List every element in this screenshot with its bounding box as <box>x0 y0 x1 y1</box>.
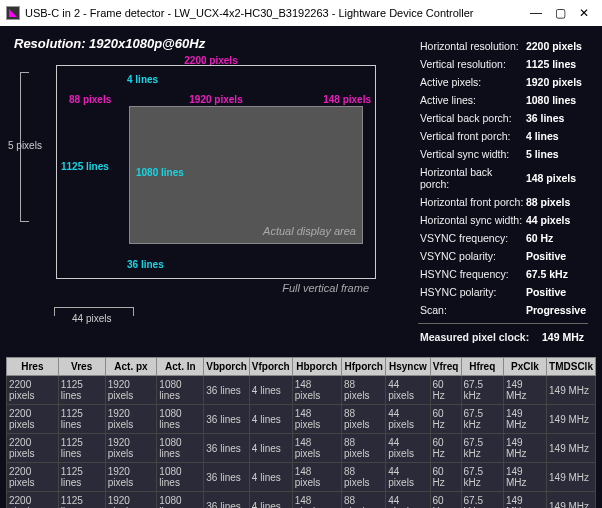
vtotal-label: 1125 lines <box>61 161 109 172</box>
param-val: Positive <box>526 248 586 264</box>
actual-area-label: Actual display area <box>263 225 356 237</box>
param-key: Horizontal sync width: <box>420 212 524 228</box>
param-val: Positive <box>526 284 586 300</box>
hsync-bracket: 44 pixels <box>54 303 134 329</box>
col-Vres: Vres <box>58 358 105 376</box>
table-row: 2200 pixels1125 lines1920 pixels1080 lin… <box>7 434 596 463</box>
timing-diagram: 2200 pixels 4 lines 88 pixels 1920 pixel… <box>46 59 376 279</box>
param-key: Vertical front porch: <box>420 128 524 144</box>
resolution-heading: Resolution: 1920x1080p@60Hz <box>14 36 408 51</box>
param-key: VSYNC frequency: <box>420 230 524 246</box>
col-PxClk: PxClk <box>503 358 546 376</box>
param-key: Vertical back porch: <box>420 110 524 126</box>
vbp-label: 36 lines <box>127 259 164 270</box>
param-key: Horizontal front porch: <box>420 194 524 210</box>
param-key: VSYNC polarity: <box>420 248 524 264</box>
vsync-width-label: 5 pixels <box>8 140 42 151</box>
param-val: 1125 lines <box>526 56 586 72</box>
vsync-bracket: 5 pixels <box>14 72 42 222</box>
col-TMDSClk: TMDSClk <box>547 358 596 376</box>
param-key: Vertical resolution: <box>420 56 524 72</box>
vfp-label: 4 lines <box>127 74 158 85</box>
vactive-label: 1080 lines <box>136 167 184 178</box>
param-key: Vertical sync width: <box>420 146 524 162</box>
hsync-width-label: 44 pixels <box>72 313 111 324</box>
table-row: 2200 pixels1125 lines1920 pixels1080 lin… <box>7 492 596 509</box>
col-Hfporch: Hfporch <box>342 358 386 376</box>
param-val: 148 pixels <box>526 164 586 192</box>
col-Vfreq: Vfreq <box>430 358 461 376</box>
param-key: Active lines: <box>420 92 524 108</box>
param-val: 1920 pixels <box>526 74 586 90</box>
active-area: 1080 lines Actual display area <box>129 106 363 244</box>
param-val: 60 Hz <box>526 230 586 246</box>
param-val: 1080 lines <box>526 92 586 108</box>
param-key: Horizontal resolution: <box>420 38 524 54</box>
col-Vbporch: Vbporch <box>204 358 250 376</box>
full-frame: 4 lines 88 pixels 1920 pixels 148 pixels… <box>56 65 376 279</box>
window-title: USB-C in 2 - Frame detector - LW_UCX-4x2… <box>25 7 524 19</box>
col-Hres: Hres <box>7 358 59 376</box>
param-val: 88 pixels <box>526 194 586 210</box>
param-key: Active pixels: <box>420 74 524 90</box>
param-val: 5 lines <box>526 146 586 162</box>
param-val: 2200 pixels <box>526 38 586 54</box>
maximize-icon[interactable]: ▢ <box>548 6 572 20</box>
full-frame-label: Full vertical frame <box>282 282 369 294</box>
hbp-right-label: 148 pixels <box>323 94 371 105</box>
close-icon[interactable]: ✕ <box>572 6 596 20</box>
col-Vfporch: Vfporch <box>249 358 292 376</box>
col-Act. px: Act. px <box>105 358 157 376</box>
table-row: 2200 pixels1125 lines1920 pixels1080 lin… <box>7 463 596 492</box>
table-row: 2200 pixels1125 lines1920 pixels1080 lin… <box>7 405 596 434</box>
param-key: HSYNC frequency: <box>420 266 524 282</box>
col-Hsyncw: Hsyncw <box>386 358 430 376</box>
col-Hbporch: Hbporch <box>292 358 341 376</box>
measured-label: Measured pixel clock: <box>420 329 540 345</box>
table-row: 2200 pixels1125 lines1920 pixels1080 lin… <box>7 376 596 405</box>
param-val: 67.5 kHz <box>526 266 586 282</box>
param-val: Progressive <box>526 302 586 318</box>
param-key: Scan: <box>420 302 524 318</box>
param-val: 4 lines <box>526 128 586 144</box>
minimize-icon[interactable]: — <box>524 6 548 20</box>
col-Hfreq: Hfreq <box>461 358 503 376</box>
param-val: 44 pixels <box>526 212 586 228</box>
measured-value: 149 MHz <box>542 329 584 345</box>
col-Act. ln: Act. ln <box>157 358 204 376</box>
window-titlebar: USB-C in 2 - Frame detector - LW_UCX-4x2… <box>0 0 602 26</box>
measured-clock: Measured pixel clock: 149 MHz <box>418 327 586 347</box>
timing-parameters: Horizontal resolution:2200 pixelsVertica… <box>418 36 588 320</box>
app-icon <box>6 6 20 20</box>
param-key: Horizontal back porch: <box>420 164 524 192</box>
param-val: 36 lines <box>526 110 586 126</box>
param-key: HSYNC polarity: <box>420 284 524 300</box>
data-log-table: HresVresAct. pxAct. lnVbporchVfporchHbpo… <box>6 357 596 508</box>
